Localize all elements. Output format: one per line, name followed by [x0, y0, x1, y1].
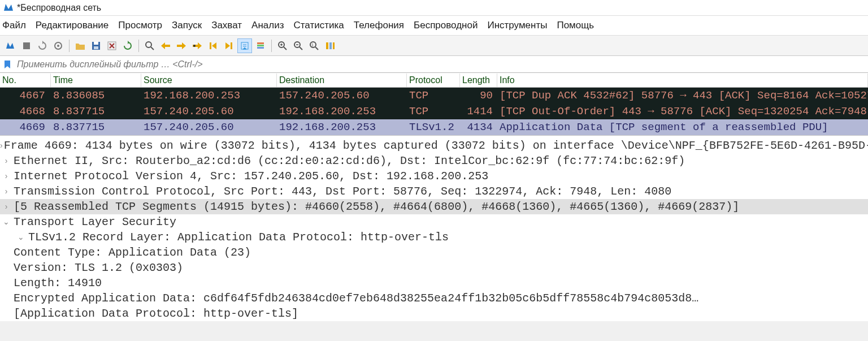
detail-text: Transmission Control Protocol, Src Port:… [12, 184, 868, 199]
menu-item-2[interactable]: Просмотр [117, 18, 169, 33]
zoom-reset-button[interactable]: 1 [307, 38, 322, 53]
detail-row[interactable]: ›[5 Reassembled TCP Segments (14915 byte… [0, 199, 868, 214]
detail-text: [Application Data Protocol: http-over-tl… [12, 306, 868, 321]
window-title: *Беспроводная сеть [17, 3, 101, 13]
open-file-button[interactable] [73, 38, 88, 53]
zoom-in-button[interactable] [275, 38, 290, 53]
detail-text: Content Type: Application Data (23) [12, 245, 868, 260]
detail-row[interactable]: ⌄TLSv1.2 Record Layer: Application Data … [0, 230, 868, 245]
detail-row[interactable]: ›Internet Protocol Version 4, Src: 157.2… [0, 169, 868, 184]
packet-row[interactable]: 46678.836085192.168.200.253157.240.205.6… [0, 88, 868, 103]
column-time-header[interactable]: Time [51, 74, 141, 87]
expand-toggle-icon[interactable]: ⌄ [0, 230, 27, 245]
goto-last-button[interactable] [222, 38, 236, 53]
toolbar-separator [69, 40, 70, 52]
menu-item-0[interactable]: Файл [1, 18, 33, 33]
packet-row[interactable]: 46698.837715157.240.205.60192.168.200.25… [0, 119, 868, 135]
menu-item-4[interactable]: Захват [210, 18, 249, 33]
packet-list[interactable]: 46678.836085192.168.200.253157.240.205.6… [0, 88, 868, 135]
detail-row[interactable]: Encrypted Application Data: c6df64f5fdb2… [0, 291, 868, 306]
svg-text:1: 1 [311, 43, 314, 47]
detail-row[interactable]: Content Type: Application Data (23) [0, 245, 868, 260]
zoom-out-button[interactable] [291, 38, 306, 53]
expand-toggle-icon[interactable]: › [0, 199, 12, 214]
go-back-button[interactable] [158, 38, 173, 53]
detail-text: [5 Reassembled TCP Segments (14915 bytes… [12, 199, 868, 214]
go-forward-button[interactable] [174, 38, 189, 53]
reload-file-button[interactable] [120, 38, 135, 53]
cell-no: 4667 [0, 89, 51, 102]
packet-details-pane[interactable]: ›Frame 4669: 4134 bytes on wire (33072 b… [0, 135, 868, 321]
cell-source: 192.168.200.253 [141, 89, 277, 102]
detail-row[interactable]: Version: TLS 1.2 (0x0303) [0, 260, 868, 275]
detail-row[interactable]: ⌄Transport Layer Security [0, 214, 868, 230]
svg-rect-27 [329, 42, 332, 49]
cell-destination: 192.168.200.253 [277, 105, 407, 118]
menu-item-5[interactable]: Анализ [250, 18, 290, 33]
cell-length: 90 [460, 89, 497, 102]
column-protocol-header[interactable]: Protocol [407, 74, 460, 87]
expand-toggle-icon[interactable]: ⌄ [0, 214, 12, 230]
svg-rect-26 [326, 42, 328, 49]
column-destination-header[interactable]: Destination [277, 74, 407, 87]
svg-rect-4 [94, 42, 98, 45]
colorize-button[interactable] [253, 38, 268, 53]
restart-capture-button[interactable] [35, 38, 50, 53]
detail-row[interactable]: Length: 14910 [0, 275, 868, 291]
menu-item-9[interactable]: Инструменты [486, 18, 554, 33]
detail-row[interactable]: ›Transmission Control Protocol, Src Port… [0, 184, 868, 199]
cell-length: 4134 [460, 121, 497, 133]
menu-item-8[interactable]: Беспроводной [413, 18, 484, 33]
cell-destination: 192.168.200.253 [277, 121, 407, 133]
svg-rect-15 [257, 47, 264, 49]
display-filter-input[interactable] [15, 58, 866, 71]
resize-columns-button[interactable] [323, 38, 337, 53]
stop-capture-button[interactable] [19, 38, 34, 53]
expand-toggle-icon[interactable]: › [0, 153, 12, 169]
column-source-header[interactable]: Source [141, 74, 277, 87]
menu-item-10[interactable]: Помощь [555, 18, 601, 33]
detail-text: Frame 4669: 4134 bytes on wire (33072 bi… [3, 138, 868, 153]
packet-row[interactable]: 46688.837715157.240.205.60192.168.200.25… [0, 103, 868, 119]
detail-row[interactable]: ›Ethernet II, Src: Routerbo_a2:cd:d6 (cc… [0, 153, 868, 169]
bookmark-icon[interactable] [2, 59, 12, 70]
cell-source: 157.240.205.60 [141, 121, 277, 133]
expand-toggle-icon[interactable]: › [0, 169, 12, 184]
svg-rect-5 [94, 46, 98, 49]
svg-rect-14 [257, 45, 264, 46]
svg-rect-13 [257, 42, 264, 44]
menu-item-3[interactable]: Запуск [171, 18, 209, 33]
cell-no: 4669 [0, 121, 51, 133]
autoscroll-button[interactable] [237, 38, 252, 53]
svg-line-17 [284, 47, 287, 50]
menu-item-7[interactable]: Телефония [353, 18, 411, 33]
close-file-button[interactable] [105, 38, 119, 53]
cell-time: 8.837715 [51, 105, 141, 118]
capture-options-button[interactable] [51, 38, 66, 53]
detail-text: TLSv1.2 Record Layer: Application Data P… [27, 230, 868, 245]
svg-line-21 [300, 47, 302, 50]
svg-line-24 [315, 47, 318, 50]
menu-item-6[interactable]: Статистика [292, 18, 350, 33]
detail-text: Length: 14910 [12, 275, 868, 291]
detail-row[interactable]: [Application Data Protocol: http-over-tl… [0, 306, 868, 321]
detail-row[interactable]: ›Frame 4669: 4134 bytes on wire (33072 b… [0, 138, 868, 153]
cell-info: [TCP Out-Of-Order] 443 → 58776 [ACK] Seq… [497, 105, 868, 118]
find-packet-button[interactable] [142, 38, 157, 53]
goto-packet-button[interactable] [190, 38, 205, 53]
start-capture-button[interactable] [3, 38, 18, 53]
toolbar: 1 [0, 36, 868, 56]
column-length-header[interactable]: Length [460, 74, 497, 87]
column-no-header[interactable]: No. [0, 74, 51, 87]
save-file-button[interactable] [89, 38, 103, 53]
svg-point-2 [57, 45, 59, 47]
menu-item-1[interactable]: Редактирование [34, 18, 116, 33]
packet-list-header: No. Time Source Destination Protocol Len… [0, 73, 868, 88]
goto-first-button[interactable] [206, 38, 220, 53]
detail-text: Transport Layer Security [12, 214, 868, 230]
cell-protocol: TCP [407, 105, 460, 118]
cell-time: 8.837715 [51, 121, 141, 133]
expand-toggle-icon[interactable]: › [0, 184, 12, 199]
column-info-header[interactable]: Info [497, 74, 868, 87]
svg-rect-11 [231, 42, 232, 49]
